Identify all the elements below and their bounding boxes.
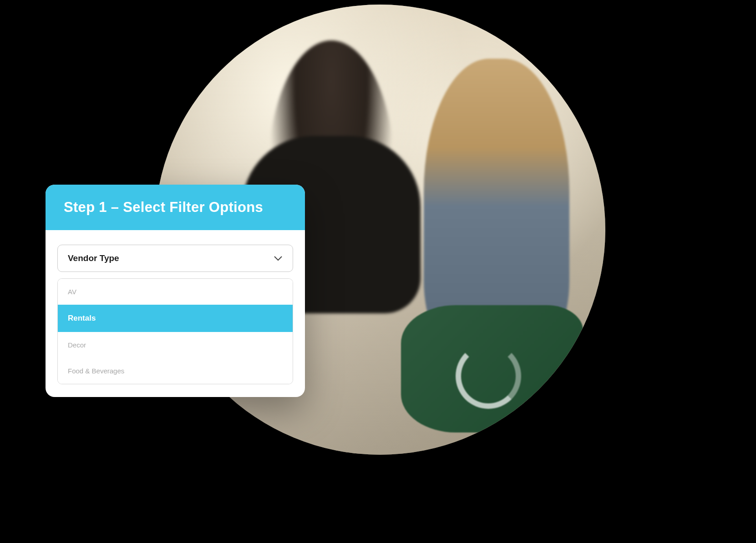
card-body: Vendor Type AV Rentals Decor Food & Beve…	[46, 230, 305, 397]
card-title: Step 1 – Select Filter Options	[46, 185, 305, 230]
vendor-type-options-list: AV Rentals Decor Food & Beverages	[57, 278, 293, 384]
vendor-type-select[interactable]: Vendor Type	[57, 245, 293, 272]
select-label: Vendor Type	[68, 253, 119, 263]
option-rentals[interactable]: Rentals	[58, 305, 293, 332]
option-food-beverages[interactable]: Food & Beverages	[58, 358, 293, 384]
option-av[interactable]: AV	[58, 279, 293, 305]
filter-options-card: Step 1 – Select Filter Options Vendor Ty…	[46, 185, 305, 397]
option-decor[interactable]: Decor	[58, 332, 293, 358]
chevron-down-icon	[274, 254, 283, 263]
photo-bag	[401, 305, 583, 432]
